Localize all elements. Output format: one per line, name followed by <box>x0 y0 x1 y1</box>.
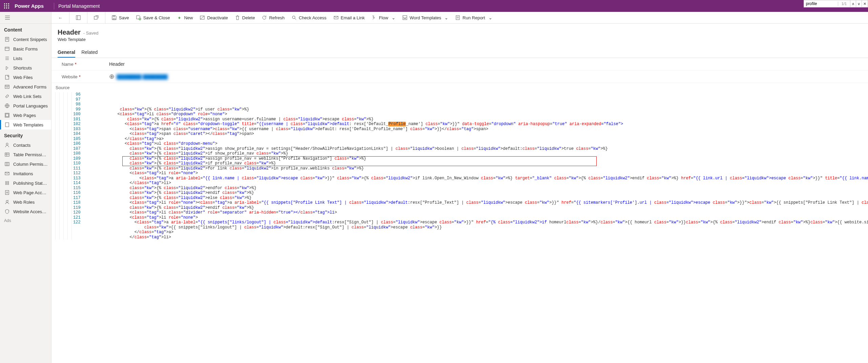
nav-label: Web Pages <box>13 113 48 118</box>
svg-rect-1 <box>6 3 7 4</box>
delete-label: Delete <box>242 15 255 20</box>
topbar: Power Apps Portal Management 1/1 ∧ ∨ ✕ <box>0 0 868 12</box>
find-prev[interactable]: ∧ <box>850 0 856 7</box>
svg-rect-57 <box>456 16 459 20</box>
find-close[interactable]: ✕ <box>862 0 868 7</box>
find-input[interactable] <box>804 1 838 7</box>
svg-rect-42 <box>5 190 9 195</box>
name-value[interactable]: Header <box>109 61 125 67</box>
tabs: General Related <box>51 45 868 58</box>
nav-item-basic-forms[interactable]: Basic Forms <box>0 44 51 54</box>
flow-icon <box>371 15 377 20</box>
save-button[interactable]: Save <box>108 12 132 23</box>
find-bar: 1/1 ∧ ∨ ✕ <box>804 0 868 7</box>
word-icon <box>402 15 408 20</box>
svg-rect-5 <box>8 5 9 6</box>
nav-label: Website Access P... <box>13 209 48 214</box>
delete-button[interactable]: Delete <box>231 12 259 23</box>
svg-rect-32 <box>5 162 9 166</box>
nav-item-web-link-sets[interactable]: Web Link Sets <box>0 92 51 101</box>
svg-rect-6 <box>4 7 5 8</box>
deactivate-label: Deactivate <box>207 15 228 20</box>
fold-columns <box>51 92 72 240</box>
arrow-left-icon: ← <box>58 15 63 20</box>
waffle-icon[interactable] <box>2 1 12 11</box>
tab-related[interactable]: Related <box>81 47 98 58</box>
nav-label: Advanced Forms <box>13 84 48 89</box>
flow-label: Flow <box>379 15 388 20</box>
email-link-button[interactable]: Email a Link <box>330 12 368 23</box>
svg-rect-4 <box>6 5 7 6</box>
code-lines[interactable]: class="kw">{% class="liquidkw2">if user … <box>83 92 868 240</box>
save-label: Save <box>119 15 129 20</box>
plus-icon: + <box>177 15 182 20</box>
find-next[interactable]: ∨ <box>856 0 862 7</box>
nav-item-lists[interactable]: Lists <box>0 54 51 63</box>
page-subtitle: Web Template <box>58 37 862 42</box>
nav-label: Web Link Sets <box>13 94 48 99</box>
nav-item-invitations[interactable]: Invitations <box>0 169 51 178</box>
mail-icon <box>333 15 339 20</box>
app-name[interactable]: Power Apps <box>15 3 44 9</box>
nav-item-shortcuts[interactable]: Shortcuts <box>0 63 51 73</box>
hamburger-icon[interactable] <box>0 12 51 24</box>
globe-icon <box>109 74 115 79</box>
save-close-button[interactable]: Save & Close <box>132 12 173 23</box>
nav-icon <box>4 199 10 205</box>
nav-label: Invitations <box>13 171 48 176</box>
nav-item-web-page-access-[interactable]: Web Page Access ... <box>0 188 51 197</box>
nav-icon <box>4 94 10 99</box>
svg-rect-15 <box>5 47 9 51</box>
nav-icon <box>4 113 10 118</box>
search-person-icon <box>291 15 297 20</box>
name-label: Name <box>62 62 74 67</box>
word-templates-button[interactable]: Word Templates⌄ <box>399 12 452 23</box>
nav-item-table-permissions[interactable]: Table Permissions <box>0 150 51 159</box>
svg-rect-27 <box>5 123 9 127</box>
nav-label: Lists <box>13 56 48 61</box>
svg-rect-47 <box>94 16 97 19</box>
nav-label: Portal Languages <box>13 103 48 108</box>
new-button[interactable]: +New <box>173 12 196 23</box>
nav-item-web-files[interactable]: Web Files <box>0 73 51 82</box>
nav-icon <box>4 152 10 157</box>
subapp-name[interactable]: Portal Management <box>58 3 100 9</box>
refresh-button[interactable]: Refresh <box>258 12 288 23</box>
nav-label: Web Roles <box>13 200 48 205</box>
nav-item-web-roles[interactable]: Web Roles <box>0 197 51 207</box>
nav-icon <box>4 190 10 195</box>
check-access-button[interactable]: Check Access <box>288 12 330 23</box>
nav-item-content-snippets[interactable]: Content Snippets <box>0 35 51 44</box>
nav-item-advanced-forms[interactable]: Advanced Forms <box>0 82 51 92</box>
nav-item-web-pages[interactable]: Web Pages <box>0 110 51 120</box>
nav-item-portal-languages[interactable]: Portal Languages <box>0 101 51 110</box>
svg-rect-48 <box>113 18 115 20</box>
nav-icon <box>4 122 10 127</box>
nav-item-contacts[interactable]: Contacts <box>0 140 51 150</box>
nav-item-publishing-state-t-[interactable]: Publishing State T... <box>0 178 51 188</box>
nav-label: Content Snippets <box>13 37 48 42</box>
nav-ads: Ads <box>0 216 51 225</box>
nav-icon <box>4 84 10 89</box>
back-button[interactable]: ← <box>54 12 66 23</box>
website-value[interactable]: ████████ ████████ <box>117 74 168 79</box>
nav-icon <box>4 180 10 186</box>
popup-button[interactable] <box>90 12 102 23</box>
deactivate-button[interactable]: Deactivate <box>196 12 231 23</box>
tab-general[interactable]: General <box>58 47 75 58</box>
nav-item-website-access-p-[interactable]: Website Access P... <box>0 207 51 216</box>
svg-point-43 <box>6 192 8 193</box>
flow-button[interactable]: Flow⌄ <box>368 12 398 23</box>
code-editor[interactable]: 9697989910010110210310410510610710810911… <box>51 92 868 240</box>
svg-point-53 <box>292 16 295 19</box>
run-report-button[interactable]: Run Report⌄ <box>452 12 495 23</box>
nav-item-column-permissio-[interactable]: Column Permissio... <box>0 159 51 169</box>
nav-item-web-templates[interactable]: Web Templates <box>0 120 51 129</box>
required-mark: * <box>79 74 81 79</box>
open-record-set[interactable] <box>72 12 84 23</box>
form-area: Name* Header Website* ████████ ████████ … <box>51 58 868 363</box>
nav-label: Web Page Access ... <box>13 190 48 195</box>
svg-rect-0 <box>4 3 5 4</box>
topbar-divider <box>54 3 54 9</box>
main-area: ← Save Save & Close +New Deactivate Dele… <box>51 12 868 363</box>
